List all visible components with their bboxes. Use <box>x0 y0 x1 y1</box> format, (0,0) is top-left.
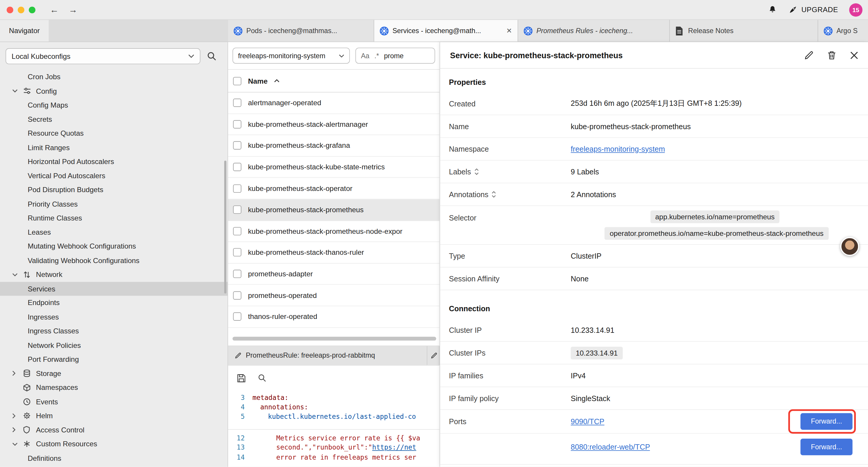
name-column-header[interactable]: Name <box>248 77 267 85</box>
table-search-input[interactable]: Aa .* prome <box>355 48 435 63</box>
selector-chip[interactable]: operator.prometheus.io/name=kube-prometh… <box>605 227 829 240</box>
minimize-window-button[interactable] <box>18 6 24 13</box>
navigator-panel-tab[interactable]: Navigator <box>0 20 49 41</box>
namespace-filter-dropdown[interactable]: freeleaps-monitoring-system <box>232 48 350 63</box>
table-row[interactable]: kube-prometheus-stack-operator <box>228 178 440 199</box>
sidebar-item-secrets[interactable]: Secrets <box>0 112 227 126</box>
port-link[interactable]: 9090/TCP <box>571 417 604 426</box>
table-row[interactable]: kube-prometheus-stack-grafana <box>228 135 440 157</box>
sidebar-item-mutating-webhook-configurations[interactable]: Mutating Webhook Configurations <box>0 239 227 253</box>
sidebar-item-endpoints[interactable]: Endpoints <box>0 296 227 310</box>
table-row-selected[interactable]: kube-prometheus-stack-prometheus <box>228 199 440 221</box>
notifications-bell-icon[interactable] <box>768 5 777 14</box>
regex-toggle[interactable]: .* <box>374 52 379 59</box>
yaml-editor[interactable]: 3metadata: 4annotations: 5kubectl.kubern… <box>228 391 440 467</box>
sidebar-item-namespaces[interactable]: Namespaces <box>0 380 227 395</box>
sidebar-item-custom-resources[interactable]: Custom Resources <box>0 437 227 451</box>
sidebar-item-pod-disruption-budgets[interactable]: Pod Disruption Budgets <box>0 183 227 197</box>
table-row[interactable]: alertmanager-operated <box>228 92 440 114</box>
tab-pods[interactable]: Pods - icecheng@mathmas... <box>228 20 374 41</box>
table-horizontal-scrollbar[interactable] <box>228 327 440 345</box>
expand-collapse-icon[interactable] <box>474 169 478 175</box>
table-row[interactable]: kube-prometheus-stack-kube-state-metrics <box>228 157 440 178</box>
sidebar-search-icon[interactable] <box>207 51 217 61</box>
chevron-right-icon[interactable] <box>12 427 20 433</box>
sidebar-item-storage[interactable]: Storage <box>0 366 227 380</box>
table-row[interactable]: kube-prometheus-stack-prometheus-node-ex… <box>228 221 440 242</box>
table-row[interactable]: thanos-ruler-operated <box>228 306 440 327</box>
port-forward-button[interactable]: Forward... <box>800 413 852 430</box>
sidebar-item-ingress-classes[interactable]: Ingress Classes <box>0 324 227 338</box>
chevron-down-icon[interactable] <box>12 89 20 92</box>
close-tab-icon[interactable]: ✕ <box>506 27 512 35</box>
notification-count-badge[interactable]: 15 <box>849 3 862 16</box>
row-checkbox[interactable] <box>233 163 241 171</box>
row-checkbox[interactable] <box>233 270 241 278</box>
sidebar-item-network-policies[interactable]: Network Policies <box>0 338 227 352</box>
sidebar-scrollbar[interactable] <box>224 160 226 293</box>
chevron-right-icon[interactable] <box>12 371 20 376</box>
chevron-down-icon[interactable] <box>12 273 20 276</box>
delete-trash-icon[interactable] <box>828 51 836 59</box>
selector-chip[interactable]: app.kubernetes.io/name=prometheus <box>650 210 780 223</box>
sidebar-item-cron-jobs[interactable]: Cron Jobs <box>0 70 227 84</box>
zoom-window-button[interactable] <box>29 6 35 13</box>
row-checkbox[interactable] <box>233 291 241 299</box>
row-checkbox[interactable] <box>233 227 241 235</box>
sidebar-item-horizontal-pod-autoscalers[interactable]: Horizontal Pod Autoscalers <box>0 154 227 169</box>
kubeconfig-selector[interactable]: Local Kubeconfigs <box>6 48 200 64</box>
table-row[interactable]: prometheus-adapter <box>228 263 440 285</box>
tab-services[interactable]: Services - icecheng@math... ✕ <box>374 20 518 41</box>
sidebar-item-runtime-classes[interactable]: Runtime Classes <box>0 211 227 225</box>
sidebar-item-helm[interactable]: Helm <box>0 409 227 423</box>
save-icon[interactable] <box>237 374 246 382</box>
sidebar-item-config[interactable]: Config <box>0 84 227 98</box>
sidebar-item-ingresses[interactable]: Ingresses <box>0 310 227 324</box>
sort-ascending-icon[interactable] <box>274 79 280 83</box>
edit-pencil-icon[interactable] <box>804 51 813 59</box>
forward-icon[interactable]: → <box>68 5 78 15</box>
table-row[interactable]: kube-prometheus-stack-alertmanager <box>228 114 440 135</box>
sidebar-item-leases[interactable]: Leases <box>0 225 227 239</box>
select-all-checkbox[interactable] <box>233 77 241 85</box>
table-row[interactable]: prometheus-operated <box>228 285 440 306</box>
sidebar-item-validating-webhook-configurations[interactable]: Validating Webhook Configurations <box>0 253 227 267</box>
tab-prometheus-rules[interactable]: Prometheus Rules - icecheng... <box>518 20 670 41</box>
sidebar-item-limit-ranges[interactable]: Limit Ranges <box>0 140 227 154</box>
namespace-link[interactable]: freeleaps-monitoring-system <box>571 145 665 153</box>
tab-argo[interactable]: Argo S <box>818 20 868 41</box>
user-avatar[interactable] <box>840 237 859 256</box>
editor-tab-prometheus-rule[interactable]: PrometheusRule: freeleaps-prod-rabbitmq <box>228 346 428 365</box>
row-checkbox[interactable] <box>233 206 241 214</box>
chevron-down-icon[interactable] <box>12 442 20 446</box>
close-window-button[interactable] <box>6 6 13 13</box>
row-checkbox[interactable] <box>233 142 241 150</box>
upgrade-button[interactable]: UPGRADE <box>788 5 838 14</box>
port-link[interactable]: 8080:reloader-web/TCP <box>571 443 650 451</box>
sidebar-item-services[interactable]: Services <box>0 282 227 296</box>
back-icon[interactable]: ← <box>50 5 59 15</box>
cluster-ip-chip[interactable]: 10.233.14.91 <box>571 346 623 359</box>
editor-tab-partial[interactable] <box>428 346 440 365</box>
editor-search-icon[interactable] <box>258 374 266 382</box>
sidebar-item-config-maps[interactable]: Config Maps <box>0 98 227 112</box>
chevron-right-icon[interactable] <box>12 413 20 418</box>
row-checkbox[interactable] <box>233 248 241 257</box>
close-panel-icon[interactable] <box>850 51 858 59</box>
sidebar-item-port-forwarding[interactable]: Port Forwarding <box>0 352 227 367</box>
row-checkbox[interactable] <box>233 120 241 128</box>
sidebar-item-access-control[interactable]: Access Control <box>0 423 227 437</box>
sidebar-item-vertical-pod-autoscalers[interactable]: Vertical Pod Autoscalers <box>0 169 227 183</box>
table-row[interactable]: kube-prometheus-stack-thanos-ruler <box>228 242 440 263</box>
match-case-toggle[interactable]: Aa <box>361 52 370 59</box>
port-forward-button[interactable]: Forward... <box>800 439 852 455</box>
sidebar-item-priority-classes[interactable]: Priority Classes <box>0 197 227 211</box>
sidebar-item-events[interactable]: Events <box>0 395 227 409</box>
row-checkbox[interactable] <box>233 99 241 107</box>
row-checkbox[interactable] <box>233 184 241 193</box>
tab-release-notes[interactable]: Release Notes <box>670 20 818 41</box>
row-checkbox[interactable] <box>233 313 241 321</box>
expand-collapse-icon[interactable] <box>492 191 496 198</box>
sidebar-item-definitions[interactable]: Definitions <box>0 451 227 465</box>
sidebar-item-network[interactable]: Network <box>0 267 227 282</box>
